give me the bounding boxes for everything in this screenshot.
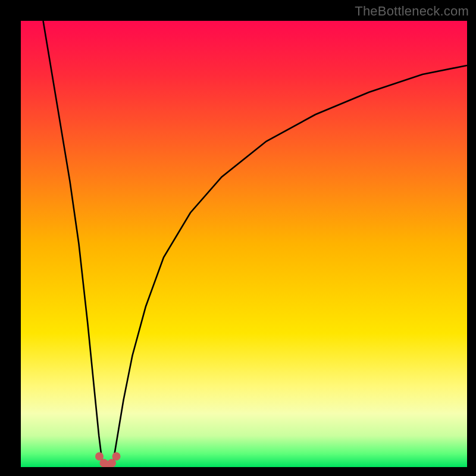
curve-right-branch bbox=[113, 65, 467, 465]
valley-marker bbox=[112, 452, 121, 461]
valley-markers-group bbox=[95, 452, 121, 467]
curve-left-branch bbox=[43, 21, 103, 465]
watermark-text: TheBottleneck.com bbox=[355, 4, 469, 19]
plot-area bbox=[21, 21, 467, 467]
curve-layer bbox=[21, 21, 467, 467]
chart-frame: TheBottleneck.com bbox=[0, 0, 476, 476]
